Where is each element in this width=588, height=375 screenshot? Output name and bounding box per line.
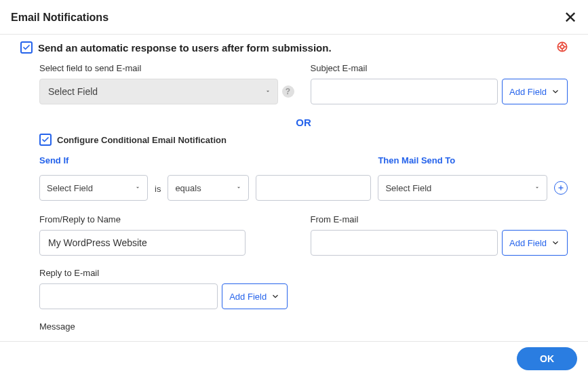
message-label: Message	[39, 321, 568, 332]
send-if-label: Send If	[39, 155, 148, 165]
operator-dropdown[interactable]: equals	[168, 175, 249, 201]
add-field-label: Add Field	[509, 238, 547, 248]
conditional-label: Configure Conditional Email Notification	[57, 135, 227, 145]
add-field-subject-button[interactable]: Add Field	[502, 79, 568, 104]
svg-point-1	[560, 45, 564, 48]
chevron-down-icon	[551, 87, 560, 96]
help-icon[interactable]: ?	[282, 85, 294, 98]
from-email-label: From E-mail	[311, 214, 568, 224]
condition-value-input[interactable]	[256, 175, 371, 201]
chevron-down-icon	[551, 238, 560, 248]
subject-email-input[interactable]	[311, 79, 498, 104]
ok-button[interactable]: OK	[517, 347, 577, 370]
reply-to-email-label: Reply to E-mail	[39, 268, 568, 278]
from-email-input[interactable]	[311, 230, 498, 256]
dialog-title: Email Notifications	[11, 12, 109, 24]
lifering-help-icon[interactable]	[557, 41, 568, 52]
add-field-label: Add Field	[509, 87, 547, 97]
send-if-field-dropdown[interactable]: Select Field	[39, 175, 148, 201]
chevron-down-icon	[271, 292, 280, 301]
conditional-checkbox[interactable]	[39, 134, 52, 146]
close-icon[interactable]: ✕	[564, 9, 577, 26]
then-mail-label: Then Mail Send To	[378, 155, 547, 165]
add-field-from-button[interactable]: Add Field	[502, 230, 568, 256]
from-reply-name-label: From/Reply to Name	[39, 214, 297, 224]
subject-email-label: Subject E-mail	[311, 63, 568, 73]
add-field-reply-button[interactable]: Add Field	[222, 283, 288, 309]
add-condition-button[interactable]	[554, 181, 568, 195]
is-label: is	[155, 184, 161, 201]
reply-to-email-input[interactable]	[39, 283, 218, 309]
select-field-label: Select field to send E-mail	[39, 63, 297, 73]
add-field-label: Add Field	[229, 292, 267, 302]
then-mail-dropdown[interactable]: Select Field	[378, 175, 547, 201]
select-field-dropdown[interactable]: Select Field	[39, 79, 278, 104]
auto-response-checkbox[interactable]	[20, 41, 33, 54]
or-divider: OR	[39, 117, 568, 128]
from-reply-name-input[interactable]	[39, 230, 246, 256]
auto-response-label: Send an automatic response to users afte…	[38, 42, 332, 54]
